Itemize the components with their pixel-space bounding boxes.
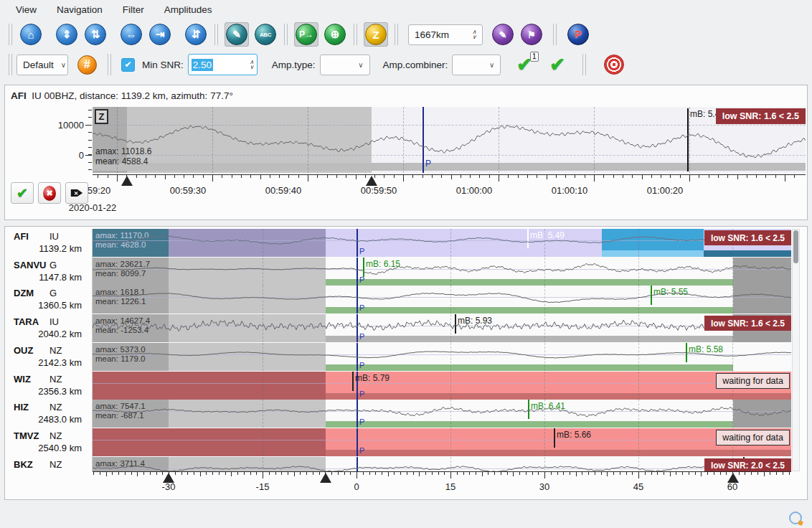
network-code: NZ xyxy=(49,430,62,441)
amplitude-marker[interactable] xyxy=(352,372,354,391)
zoom-trace-plot[interactable]: Z amax: 11018.6 mean: 4588.4 P mB: 5.49 … xyxy=(93,107,806,173)
no-data-noise-region xyxy=(93,372,326,400)
menu-filter[interactable]: Filter xyxy=(113,1,154,18)
trace-row-ouz[interactable]: OUZNZ2142.3 kmamax: 5373.0mean: 1179.0Pm… xyxy=(6,343,799,371)
network-code: NZ xyxy=(49,345,62,356)
trace-area[interactable]: PmB: 5.79waiting for data xyxy=(93,372,791,400)
menu-view[interactable]: View xyxy=(6,1,47,18)
home-icon: ⌂ xyxy=(20,24,42,45)
station-distance: 1147.8 km xyxy=(39,272,82,283)
recompute-button[interactable] xyxy=(597,53,625,76)
amplitude-marker[interactable] xyxy=(554,428,555,448)
component-z-icon: Z xyxy=(365,24,387,45)
trace-area[interactable]: amax: 3711.4PmB: 6.1low SNR: 2.0 < 2.5 xyxy=(93,457,791,471)
low-snr-badge: low SNR: 1.6 < 2.5 xyxy=(704,316,791,331)
toolbar-separator xyxy=(108,54,111,75)
p-pick-label: P xyxy=(359,390,364,398)
menu-amplitudes[interactable]: Amplitudes xyxy=(154,1,222,18)
trace-area[interactable]: amax: 7547.1mean: -687.1PmB: 6.41 xyxy=(93,400,791,428)
signal-end-handle[interactable] xyxy=(727,473,739,483)
p-pick-marker[interactable] xyxy=(357,428,358,456)
low-snr-badge: low SNR: 2.0 < 2.5 xyxy=(704,458,791,471)
trace-area[interactable]: amax: 11170.0mean: 4628.0PmB: 5.49low SN… xyxy=(93,229,791,257)
zoom-horizontal-button[interactable]: ⇔ xyxy=(119,22,143,47)
check-icon: ✔ xyxy=(16,185,28,202)
p-wave-button[interactable]: P xyxy=(566,22,590,47)
trace-row-sanvu[interactable]: SANVUG1147.8 kmamax: 23621.7mean: 8099.7… xyxy=(6,258,799,286)
station-label: TMVZNZ2540.9 km xyxy=(6,428,92,456)
network-code: G xyxy=(49,288,57,298)
amp-type-combo[interactable]: ∨ xyxy=(320,55,370,75)
noise-window-start-handle[interactable] xyxy=(121,176,133,186)
check-icon: ✔ xyxy=(549,55,565,74)
pick-globe-button[interactable]: ⊕ xyxy=(323,22,347,47)
axis-label: 0 xyxy=(335,481,378,492)
trace-row-tmvz[interactable]: TMVZNZ2540.9 kmPmB: 5.66waiting for data xyxy=(6,428,799,456)
trace-row-list: AFIIU1139.2 kmamax: 11170.0mean: 4628.0P… xyxy=(5,227,808,471)
zero-line xyxy=(93,440,791,440)
p-wave-icon: P xyxy=(567,24,589,45)
station-trace-panel: AFIIU1139.2 kmamax: 11170.0mean: 4628.0P… xyxy=(4,226,808,500)
trace-area[interactable]: amax: 5373.0mean: 1179.0PmB: 5.58 xyxy=(93,343,791,371)
trace-row-dzm[interactable]: DZMG1360.5 kmamax: 1618.1mean: 1226.1PmB… xyxy=(6,286,799,314)
vertical-scrollbar[interactable] xyxy=(792,229,800,471)
delete-amplitude-button[interactable]: ✖ xyxy=(38,182,61,204)
trace-row-wiz[interactable]: WIZNZ2356.3 kmPmB: 5.79waiting for data xyxy=(6,372,799,400)
reject-skip-button[interactable]: ✕ xyxy=(65,182,88,204)
trace-row-tara[interactable]: TARAIU2040.2 kmamax: 14627.4mean: -1253.… xyxy=(6,314,799,342)
hash-button[interactable]: # xyxy=(76,54,98,76)
trace-row-afi[interactable]: AFIIU1139.2 kmamax: 11170.0mean: 4628.0P… xyxy=(6,229,799,257)
spin-arrows-icon[interactable]: ∧∨ xyxy=(242,60,254,70)
station-label: WIZNZ2356.3 km xyxy=(6,372,92,400)
station-code: HIZ xyxy=(14,402,29,412)
trace-area[interactable]: amax: 1618.1mean: 1226.1PmB: 5.55 xyxy=(93,286,791,314)
apply-one-button[interactable]: ✔1 xyxy=(510,54,539,75)
trace-row-bkz[interactable]: BKZNZamax: 3711.4PmB: 6.1low SNR: 2.0 < … xyxy=(6,457,799,471)
trace-area[interactable]: PmB: 5.66waiting for data xyxy=(93,428,791,456)
min-snr-spinbox[interactable]: 2.50 ∧∨ xyxy=(188,54,258,75)
menu-navigation[interactable]: Navigation xyxy=(47,1,113,18)
zoom-trace-panel: AFI IU 00BHZ, distance: 1139.2 km, azimu… xyxy=(4,85,808,220)
network-code: IU xyxy=(49,231,59,242)
network-code: NZ xyxy=(49,459,62,470)
zero-line xyxy=(93,383,791,384)
component-z-button[interactable]: Z xyxy=(364,22,388,47)
trace-row-hiz[interactable]: HIZNZ2483.0 kmamax: 7547.1mean: -687.1Pm… xyxy=(6,400,799,428)
spin-arrows-icon[interactable]: ∧∨ xyxy=(465,29,476,39)
network-code: IU xyxy=(49,316,59,327)
scrollbar-thumb[interactable] xyxy=(793,230,798,263)
accept-amplitude-button[interactable]: ✔ xyxy=(11,182,34,204)
waveform xyxy=(93,314,791,342)
noise-end-handle[interactable] xyxy=(320,473,331,483)
zoom-vertical-button[interactable]: ⇕ xyxy=(55,22,79,47)
amp-combiner-combo[interactable]: ∨ xyxy=(452,55,501,75)
filter-letters-button[interactable]: ABC xyxy=(253,22,278,47)
amplitude-picker-window: View Navigation Filter Amplitudes ⌂ ⇕ ⇅ … xyxy=(0,0,812,528)
goto-end-button[interactable]: ⇥ xyxy=(148,22,172,47)
apply-all-button[interactable]: ✔ xyxy=(543,54,572,75)
draw-pencil-icon: ✎ xyxy=(492,24,514,45)
station-distance: 2142.3 km xyxy=(38,357,82,368)
station-label: BKZNZ xyxy=(6,457,92,471)
pick-flag-button[interactable]: ⚑ xyxy=(519,22,544,47)
scale-amplitudes-button[interactable]: ⇵ xyxy=(184,22,208,47)
axis-label: -15 xyxy=(241,481,284,492)
station-label: AFIIU1139.2 km xyxy=(6,229,92,257)
toolbar-separator xyxy=(395,24,398,45)
distance-range-combo[interactable]: 1667km ∧∨ xyxy=(408,24,483,45)
trace-area[interactable]: amax: 14627.4mean: -1253.4PmB: 5.93low S… xyxy=(93,314,791,342)
draw-pick-button[interactable]: ✎ xyxy=(491,22,515,47)
home-button[interactable]: ⌂ xyxy=(19,22,43,47)
min-snr-checkbox[interactable] xyxy=(121,58,135,72)
signal-window-handle[interactable] xyxy=(366,176,377,186)
trace-area[interactable]: amax: 23621.7mean: 8099.7PmB: 6.15 xyxy=(93,258,791,286)
time-tick-label: 00:59:50 xyxy=(350,185,407,196)
fit-vertical-button[interactable]: ⇅ xyxy=(83,22,108,47)
waiting-for-data-badge: waiting for data xyxy=(716,373,790,389)
low-snr-badge: low SNR: 1.6 < 2.5 xyxy=(704,230,791,245)
noise-start-handle[interactable] xyxy=(163,473,174,483)
filter-toggle-button[interactable]: ✎ xyxy=(225,22,249,47)
network-code: NZ xyxy=(49,374,62,385)
pick-p-button[interactable]: P→ xyxy=(294,22,318,47)
profile-combo[interactable]: Default ∨ xyxy=(16,55,68,75)
